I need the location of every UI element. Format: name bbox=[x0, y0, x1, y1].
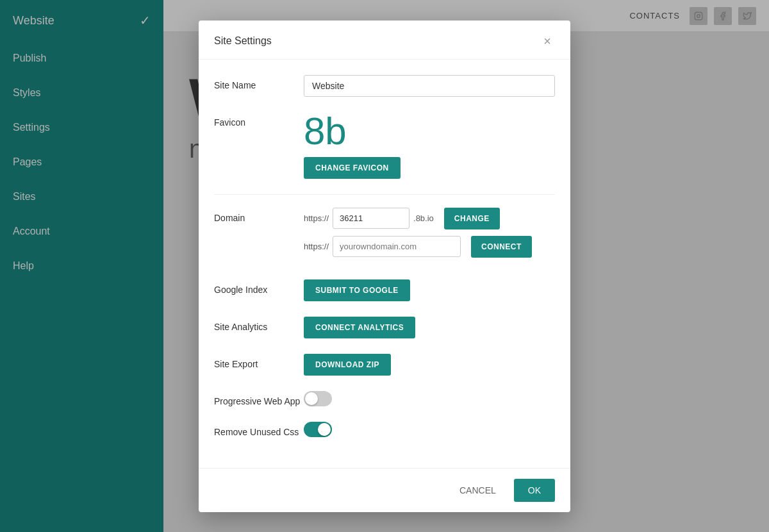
site-export-row: Site Export DOWNLOAD ZIP bbox=[214, 354, 555, 376]
pwa-label: Progressive Web App bbox=[214, 391, 304, 406]
site-settings-modal: Site Settings × Site Name Favicon 8b CHA… bbox=[199, 21, 570, 512]
divider-1 bbox=[214, 194, 555, 195]
pwa-toggle-thumb bbox=[305, 392, 318, 405]
google-index-content: SUBMIT TO GOOGLE bbox=[304, 279, 555, 301]
google-index-row: Google Index SUBMIT TO GOOGLE bbox=[214, 279, 555, 301]
site-export-content: DOWNLOAD ZIP bbox=[304, 354, 555, 376]
favicon-label: Favicon bbox=[214, 112, 304, 128]
custom-domain-row: https:// CONNECT bbox=[304, 236, 555, 258]
favicon-display: 8b bbox=[304, 112, 555, 151]
domain-suffix: .8b.io bbox=[413, 213, 434, 223]
pwa-content bbox=[304, 391, 555, 406]
favicon-row: Favicon 8b CHANGE FAVICON bbox=[214, 112, 555, 179]
change-favicon-button[interactable]: CHANGE FAVICON bbox=[304, 157, 401, 179]
close-button[interactable]: × bbox=[540, 33, 555, 49]
site-analytics-content: CONNECT ANALYTICS bbox=[304, 317, 555, 338]
domain-prefix: https:// bbox=[304, 213, 329, 223]
favicon-content: 8b CHANGE FAVICON bbox=[304, 112, 555, 179]
site-export-label: Site Export bbox=[214, 354, 304, 369]
download-zip-button[interactable]: DOWNLOAD ZIP bbox=[304, 354, 391, 376]
custom-domain-prefix: https:// bbox=[304, 242, 329, 251]
change-domain-button[interactable]: CHANGE bbox=[444, 208, 500, 229]
connect-analytics-button[interactable]: CONNECT ANALYTICS bbox=[304, 317, 415, 338]
site-name-row: Site Name bbox=[214, 75, 555, 97]
modal-overlay: Site Settings × Site Name Favicon 8b CHA… bbox=[0, 0, 769, 532]
custom-domain-input[interactable] bbox=[333, 236, 461, 257]
google-index-label: Google Index bbox=[214, 279, 304, 295]
remove-css-content bbox=[304, 422, 555, 437]
remove-css-row: Remove Unused Css bbox=[214, 422, 555, 437]
subdomain-input[interactable] bbox=[333, 208, 409, 229]
modal-header: Site Settings × bbox=[199, 21, 570, 60]
domain-content: https:// .8b.io CHANGE https:// CONNECT bbox=[304, 208, 555, 264]
remove-css-toggle-thumb bbox=[318, 423, 331, 436]
site-analytics-row: Site Analytics CONNECT ANALYTICS bbox=[214, 317, 555, 338]
site-name-input[interactable] bbox=[304, 75, 555, 97]
cancel-button[interactable]: CANCEL bbox=[452, 480, 504, 501]
subdomain-row: https:// .8b.io CHANGE bbox=[304, 208, 555, 229]
modal-footer: CANCEL OK bbox=[199, 468, 570, 512]
pwa-row: Progressive Web App bbox=[214, 391, 555, 406]
site-name-label: Site Name bbox=[214, 75, 304, 90]
remove-css-label: Remove Unused Css bbox=[214, 422, 304, 437]
domain-row: Domain https:// .8b.io CHANGE https:// C… bbox=[214, 208, 555, 264]
modal-title: Site Settings bbox=[214, 35, 272, 47]
domain-label: Domain bbox=[214, 208, 304, 223]
pwa-toggle[interactable] bbox=[304, 391, 332, 406]
site-name-content bbox=[304, 75, 555, 97]
site-analytics-label: Site Analytics bbox=[214, 317, 304, 332]
submit-to-google-button[interactable]: SUBMIT TO GOOGLE bbox=[304, 279, 410, 301]
remove-css-toggle[interactable] bbox=[304, 422, 332, 437]
modal-body: Site Name Favicon 8b CHANGE FAVICON Doma… bbox=[199, 60, 570, 468]
connect-domain-button[interactable]: CONNECT bbox=[471, 236, 532, 258]
ok-button[interactable]: OK bbox=[514, 479, 555, 502]
